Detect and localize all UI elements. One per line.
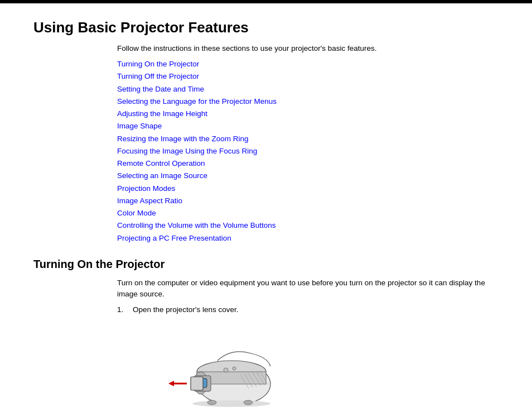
- step-1: 1. Open the projector's lens cover.: [117, 305, 499, 314]
- projector-svg: [145, 323, 279, 412]
- svg-marker-14: [168, 381, 174, 386]
- toc-link-8[interactable]: Focusing the Image Using the Focus Ring: [117, 145, 499, 157]
- intro-text: Follow the instructions in these section…: [117, 44, 499, 52]
- toc-link-4[interactable]: Selecting the Language for the Projector…: [117, 95, 499, 108]
- svg-rect-12: [191, 377, 203, 390]
- main-heading: Using Basic Projector Features: [33, 19, 499, 36]
- toc-link-5[interactable]: Adjusting the Image Height: [117, 108, 499, 120]
- toc-link-3[interactable]: Setting the Date and Time: [117, 83, 499, 95]
- svg-point-16: [233, 367, 236, 370]
- toc-link-12[interactable]: Image Aspect Ratio: [117, 195, 499, 207]
- toc-link-1[interactable]: Turning On the Projector: [117, 58, 499, 70]
- toc-link-15[interactable]: Projecting a PC Free Presentation: [117, 232, 499, 245]
- toc-link-13[interactable]: Color Mode: [117, 207, 499, 219]
- svg-point-18: [207, 400, 216, 405]
- section-heading: Turning On the Projector: [33, 258, 499, 271]
- content-area: Using Basic Projector Features Follow th…: [0, 3, 532, 412]
- toc-link-9[interactable]: Remote Control Operation: [117, 157, 499, 170]
- svg-point-17: [192, 400, 270, 407]
- table-of-contents: Turning On the Projector Turning Off the…: [117, 58, 499, 245]
- step-number-1: 1.: [117, 305, 133, 314]
- svg-point-15: [224, 368, 228, 372]
- toc-link-11[interactable]: Projection Modes: [117, 183, 499, 195]
- toc-link-7[interactable]: Resizing the Image with the Zoom Ring: [117, 133, 499, 145]
- step-text-1: Open the projector's lens cover.: [133, 305, 499, 314]
- section-intro: Turn on the computer or video equipment …: [117, 277, 499, 300]
- svg-point-19: [244, 400, 253, 405]
- toc-link-14[interactable]: Controlling the Volume with the Volume B…: [117, 219, 499, 232]
- toc-link-2[interactable]: Turning Off the Projector: [117, 70, 499, 83]
- toc-link-10[interactable]: Selecting an Image Source: [117, 170, 499, 182]
- page-container: Using Basic Projector Features Follow th…: [0, 0, 532, 412]
- projector-illustration: [145, 323, 279, 412]
- toc-link-6[interactable]: Image Shape: [117, 120, 499, 132]
